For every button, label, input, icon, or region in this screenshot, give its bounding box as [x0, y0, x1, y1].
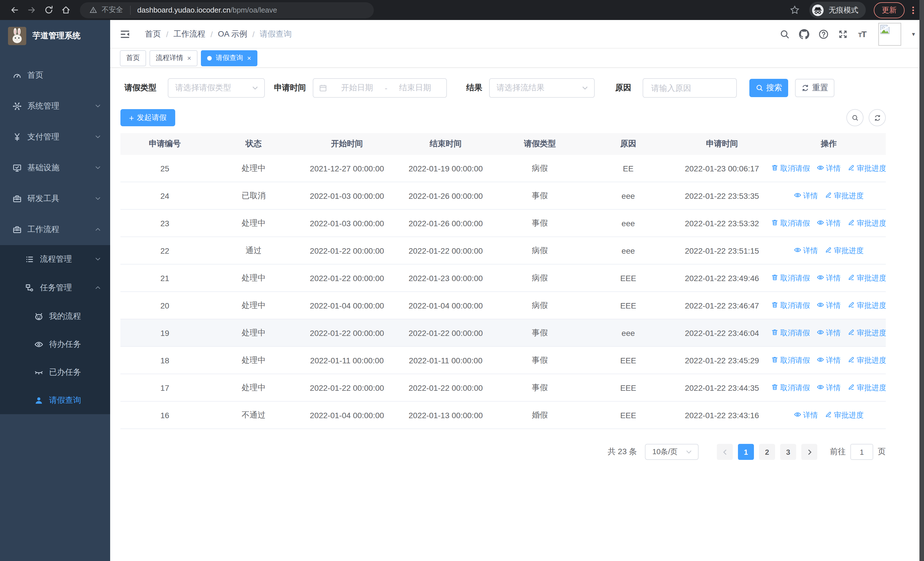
reason-input[interactable] — [650, 83, 729, 93]
page-size-select[interactable]: 10条/页 — [645, 444, 699, 460]
sidebar-item-基础设施[interactable]: 基础设施 — [0, 152, 110, 183]
sidebar-item-首页[interactable]: 首页 — [0, 60, 110, 91]
bookmark-star-icon[interactable] — [786, 5, 802, 15]
site-security[interactable]: 不安全 — [88, 5, 123, 15]
action-详情[interactable]: 详情 — [794, 245, 818, 256]
create-leave-button[interactable]: + 发起请假 — [120, 109, 175, 126]
action-审批进度[interactable]: 审批进度 — [825, 191, 864, 201]
action-取消请假[interactable]: 取消请假 — [772, 328, 810, 338]
action-详情[interactable]: 详情 — [817, 163, 841, 173]
table-row: 20处理中2022-01-04 00:00:002022-01-04 00:00… — [120, 292, 886, 319]
back-button[interactable] — [6, 2, 23, 18]
action-审批进度[interactable]: 审批进度 — [848, 382, 886, 393]
breadcrumb-item[interactable]: OA 示例 — [218, 29, 248, 39]
page-button-3[interactable]: 3 — [780, 444, 796, 460]
action-审批进度[interactable]: 审批进度 — [825, 245, 864, 256]
sidebar-item-系统管理[interactable]: 系统管理 — [0, 91, 110, 122]
font-size-icon[interactable]: TT — [856, 29, 867, 39]
question-icon[interactable] — [818, 29, 829, 39]
action-审批进度[interactable]: 审批进度 — [848, 163, 886, 173]
action-审批进度[interactable]: 审批进度 — [848, 300, 886, 310]
action-详情[interactable]: 详情 — [794, 191, 818, 201]
breadcrumb-item[interactable]: 工作流程 — [174, 29, 206, 39]
search-button[interactable]: 搜索 — [749, 79, 788, 97]
action-取消请假[interactable]: 取消请假 — [772, 218, 810, 228]
search-icon[interactable] — [779, 29, 790, 39]
toolbox-icon — [12, 225, 22, 234]
sidebar-item-请假查询[interactable]: 请假查询 — [0, 386, 110, 414]
action-取消请假[interactable]: 取消请假 — [772, 163, 810, 173]
address-bar[interactable]: 不安全 dashboard.yudao.iocoder.cn/bpm/oa/le… — [80, 2, 374, 18]
github-icon[interactable] — [798, 29, 809, 39]
action-详情[interactable]: 详情 — [817, 328, 841, 338]
chevron-up-icon — [95, 283, 101, 292]
fullscreen-icon[interactable] — [837, 29, 848, 39]
breadcrumb-item[interactable]: 首页 — [145, 29, 161, 39]
sidebar-item-label: 我的流程 — [49, 311, 110, 321]
action-详情[interactable]: 详情 — [817, 355, 841, 365]
home-button[interactable] — [57, 2, 74, 18]
sidebar-item-流程管理[interactable]: 流程管理 — [0, 245, 110, 274]
action-详情[interactable]: 详情 — [794, 410, 818, 420]
action-取消请假[interactable]: 取消请假 — [772, 300, 810, 310]
sidebar-item-工作流程[interactable]: 工作流程 — [0, 214, 110, 245]
result-select[interactable]: 请选择流结果 — [489, 78, 595, 98]
action-详情[interactable]: 详情 — [817, 273, 841, 283]
goto-page-input[interactable] — [850, 444, 873, 460]
table-row: 23处理中2022-01-03 00:00:002022-01-26 00:00… — [120, 209, 886, 237]
cell-请假类型: 病假 — [495, 292, 584, 319]
close-tab-icon[interactable]: × — [247, 54, 251, 62]
sidebar-item-已办任务[interactable]: 已办任务 — [0, 358, 110, 386]
tag-tab-流程详情[interactable]: 流程详情× — [150, 50, 198, 66]
reset-button[interactable]: 重置 — [795, 79, 834, 97]
action-审批进度[interactable]: 审批进度 — [848, 218, 886, 228]
leave-type-select[interactable]: 请选择请假类型 — [168, 78, 265, 98]
sidebar-item-研发工具[interactable]: 研发工具 — [0, 183, 110, 214]
sidebar-item-待办任务[interactable]: 待办任务 — [0, 330, 110, 358]
prev-page-button[interactable] — [717, 444, 733, 460]
next-page-button[interactable] — [801, 444, 817, 460]
action-详情[interactable]: 详情 — [817, 300, 841, 310]
eye-closed-icon — [34, 368, 44, 377]
sidebar-item-label: 基础设施 — [27, 163, 95, 173]
collapse-sidebar-icon[interactable] — [120, 28, 131, 40]
forward-button[interactable] — [23, 2, 40, 18]
page-button-1[interactable]: 1 — [738, 444, 754, 460]
show-search-button[interactable] — [846, 109, 864, 126]
action-审批进度[interactable]: 审批进度 — [848, 328, 886, 338]
app-logo-row[interactable]: 芋道管理系统 — [0, 20, 110, 52]
action-取消请假[interactable]: 取消请假 — [772, 355, 810, 365]
action-详情[interactable]: 详情 — [817, 382, 841, 393]
action-审批进度[interactable]: 审批进度 — [848, 355, 886, 365]
end-date-placeholder[interactable]: 结束日期 — [390, 83, 441, 93]
cell-结束时间: 2022-01-22 00:00:00 — [396, 237, 495, 264]
action-审批进度[interactable]: 审批进度 — [825, 410, 864, 420]
tab-label: 请假查询 — [216, 53, 243, 63]
avatar[interactable] — [878, 23, 901, 45]
browser-menu-icon[interactable] — [908, 5, 918, 15]
close-tab-icon[interactable]: × — [187, 54, 191, 62]
page-button-2[interactable]: 2 — [759, 444, 775, 460]
cell-原因: EEE — [584, 292, 672, 319]
edit-icon — [848, 383, 855, 392]
reload-button[interactable] — [40, 2, 57, 18]
sidebar-item-支付管理[interactable]: 支付管理 — [0, 122, 110, 152]
apply-time-range-picker[interactable]: 开始日期 - 结束日期 — [313, 78, 447, 98]
refresh-table-button[interactable] — [868, 109, 886, 126]
sidebar-item-任务管理[interactable]: 任务管理 — [0, 274, 110, 302]
sidebar-item-我的流程[interactable]: 我的流程 — [0, 302, 110, 330]
tag-tab-首页[interactable]: 首页 — [120, 50, 146, 66]
column-header-请假类型: 请假类型 — [495, 133, 584, 155]
action-取消请假[interactable]: 取消请假 — [772, 273, 810, 283]
start-date-placeholder[interactable]: 开始日期 — [332, 83, 382, 93]
browser-update-button[interactable]: 更新 — [874, 2, 904, 18]
action-详情[interactable]: 详情 — [817, 218, 841, 228]
action-取消请假[interactable]: 取消请假 — [772, 382, 810, 393]
cell-操作: 取消请假详情审批进度 — [772, 264, 886, 292]
avatar-caret-down-icon[interactable]: ▼ — [911, 31, 916, 37]
search-icon — [755, 84, 764, 92]
action-审批进度[interactable]: 审批进度 — [848, 273, 886, 283]
browser-scrollbar[interactable] — [920, 0, 924, 561]
action-label: 审批进度 — [856, 218, 886, 228]
tag-tab-请假查询[interactable]: 请假查询× — [201, 50, 257, 66]
